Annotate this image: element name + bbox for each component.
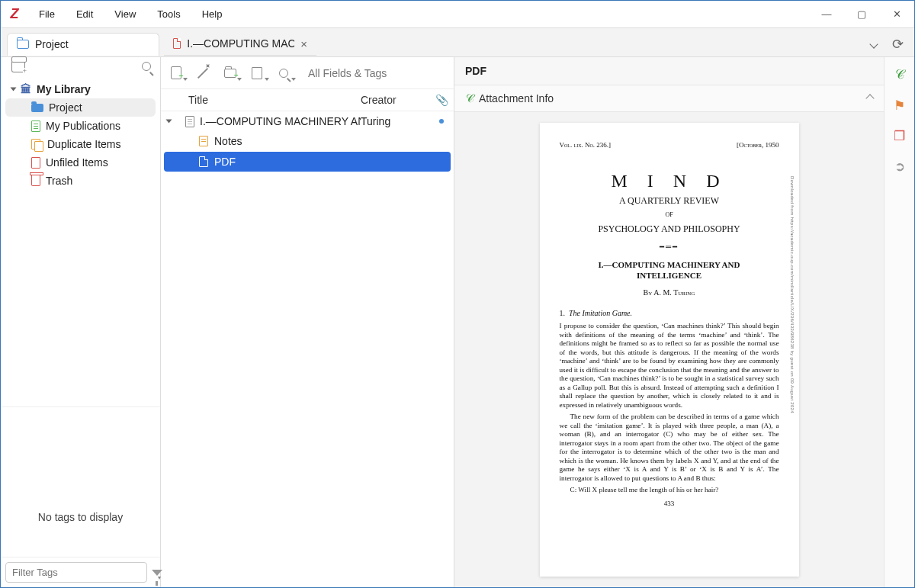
pdf-subject: PSYCHOLOGY AND PHILOSOPHY (560, 223, 779, 235)
document-icon (185, 116, 194, 127)
attachment-info-label: Attachment Info (479, 92, 554, 104)
collapse-icon[interactable] (865, 94, 874, 102)
menu-view[interactable]: View (104, 2, 146, 26)
twisty-icon[interactable] (11, 88, 17, 92)
child-notes[interactable]: Notes (161, 131, 454, 151)
menu-edit[interactable]: Edit (66, 2, 104, 26)
pdf-journal-title: M I N D (560, 169, 779, 192)
menu-file[interactable]: File (28, 2, 66, 26)
tree-pub-label: My Publications (46, 120, 120, 132)
tree-project-label: Project (49, 101, 82, 114)
close-button[interactable]: ✕ (879, 1, 914, 28)
pdf-author: By A. M. Turing (560, 288, 779, 298)
publications-icon (31, 120, 40, 132)
sidebar: 🏛 My Library Project My Publications Dup… (1, 57, 161, 587)
search-items-input[interactable] (303, 63, 446, 83)
tabs-overflow-icon[interactable] (869, 40, 878, 48)
col-creator[interactable]: Creator (361, 94, 429, 106)
child-pdf[interactable]: PDF (164, 152, 451, 172)
details-title: PDF (454, 57, 884, 85)
tree-unfiled-items[interactable]: Unfiled Items (1, 153, 160, 172)
pdf-preview[interactable]: Vol. lix. No. 236.] [October, 1950 M I N… (454, 112, 884, 587)
no-tags-message: No tags to display (1, 458, 160, 557)
new-collection-icon[interactable] (11, 62, 25, 72)
tree-unf-label: Unfiled Items (46, 156, 108, 169)
pdf-ornament: ━═━ (560, 243, 779, 252)
search-scope-button[interactable] (277, 65, 291, 82)
new-item-button[interactable] (169, 65, 183, 82)
menu-tools[interactable]: Tools (146, 2, 191, 26)
tree-trash-label: Trash (46, 175, 72, 187)
twisty-icon[interactable] (166, 120, 172, 124)
child-notes-label: Notes (214, 135, 242, 147)
pdf-download-note: Downloaded from https://academic.oup.com… (788, 176, 795, 413)
rail-tags-icon[interactable]: ⚑ (891, 97, 908, 114)
pdf-para-2: The new form of the problem can be descr… (560, 413, 779, 483)
pdf-runhead-right: [October, 1950 (737, 141, 779, 149)
pdf-para-3: C: Will X please tell me the length of h… (560, 486, 779, 495)
filter-dropdown-button[interactable]: ▾ (152, 562, 162, 583)
pdf-page: Vol. lix. No. 236.] [October, 1950 M I N… (540, 123, 799, 577)
rail-attachment-icon[interactable]: 𝒞 (891, 66, 908, 83)
app-logo: Z (1, 6, 28, 22)
item-creator: Turing (361, 115, 429, 127)
pdf-of: OF (560, 211, 779, 219)
tab-library-label: Project (35, 38, 69, 50)
filter-tags-input[interactable] (5, 562, 147, 583)
folder-icon (31, 104, 43, 112)
item-row[interactable]: I.—COMPUTING MACHINERY AND... Turing (161, 111, 454, 131)
tree-my-library[interactable]: 🏛 My Library (1, 80, 160, 98)
paperclip-icon: 𝒞 (465, 92, 474, 105)
pdf-subtitle: A QUARTERLY REVIEW (560, 195, 779, 207)
pdf-icon (173, 38, 181, 49)
tree-project[interactable]: Project (5, 98, 156, 117)
pdf-runhead-left: Vol. lix. No. 236.] (560, 141, 612, 149)
search-collections-icon[interactable] (142, 62, 151, 71)
menubar: File Edit View Tools Help (28, 2, 233, 26)
magic-wand-button[interactable] (195, 65, 210, 82)
item-title: I.—COMPUTING MACHINERY AND... (200, 115, 361, 127)
tree-trash[interactable]: Trash (1, 172, 160, 190)
attachment-indicator-icon (439, 119, 444, 124)
note-icon (199, 136, 208, 146)
pdf-article-title: I.—COMPUTING MACHINERY ANDINTELLIGENCE (560, 260, 779, 281)
minimize-button[interactable]: — (809, 1, 844, 28)
tree-my-publications[interactable]: My Publications (1, 117, 160, 135)
rail-related-icon[interactable]: ❐ (891, 127, 908, 144)
duplicate-icon (31, 139, 42, 149)
tree-my-library-label: My Library (37, 83, 91, 95)
items-header: Title Creator 📎 (161, 89, 454, 111)
tab-strip: Project I.—COMPUTING MACHINI × ⟳ (1, 28, 914, 57)
tab-close-icon[interactable]: × (300, 37, 307, 50)
attachment-info-header[interactable]: 𝒞 Attachment Info (454, 85, 884, 112)
pdf-para-1: I propose to consider the question, ‘Can… (560, 322, 779, 410)
pdf-page-number: 433 (560, 500, 779, 508)
col-attachment-icon[interactable]: 📎 (435, 94, 448, 106)
rail-locate-icon[interactable]: ➲ (891, 158, 908, 175)
pdf-section: 1. The Imitation Game. (560, 309, 779, 319)
maximize-button[interactable]: ▢ (844, 1, 879, 28)
window-controls: — ▢ ✕ (809, 1, 914, 28)
child-pdf-label: PDF (214, 156, 236, 168)
folder-icon (17, 40, 29, 49)
titlebar: Z File Edit View Tools Help — ▢ ✕ (1, 1, 914, 28)
tab-pdf-label: I.—COMPUTING MACHINI (187, 37, 294, 50)
tab-pdf[interactable]: I.—COMPUTING MACHINI × (164, 33, 316, 56)
add-attachment-button[interactable] (223, 65, 237, 82)
trash-icon (31, 175, 40, 186)
tab-library[interactable]: Project (7, 33, 159, 56)
right-rail: 𝒞 ⚑ ❐ ➲ (884, 57, 914, 587)
unfiled-icon (31, 157, 40, 169)
pdf-icon (199, 156, 208, 167)
items-pane: Title Creator 📎 I.—COMPUTING MACHINERY A… (161, 57, 454, 587)
details-pane: PDF 𝒞 Attachment Info Vol. lix. No. 236.… (454, 57, 884, 587)
sync-icon[interactable]: ⟳ (892, 36, 904, 53)
menu-help[interactable]: Help (191, 2, 233, 26)
col-title[interactable]: Title (185, 94, 361, 106)
tree-dup-label: Duplicate Items (47, 138, 120, 150)
library-icon: 🏛 (21, 83, 31, 95)
add-note-button[interactable] (249, 65, 264, 82)
tree-duplicate-items[interactable]: Duplicate Items (1, 135, 160, 153)
